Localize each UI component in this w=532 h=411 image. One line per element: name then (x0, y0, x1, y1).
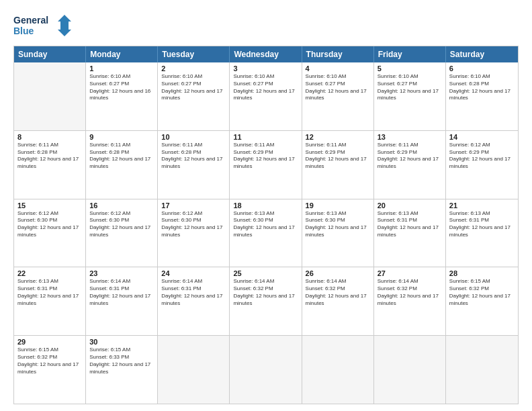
sunrise-line: Sunrise: 6:12 AM (89, 210, 154, 218)
daylight-line: Daylight: 12 hours and 17 minutes (17, 293, 82, 308)
daylight-line: Daylight: 12 hours and 17 minutes (161, 88, 226, 103)
cal-cell: 1 Sunrise: 6:10 AM Sunset: 6:27 PM Dayli… (86, 62, 158, 130)
sunrise-line: Sunrise: 6:12 AM (161, 210, 226, 218)
daylight-line: Daylight: 12 hours and 17 minutes (378, 224, 442, 239)
daylight-line: Daylight: 12 hours and 17 minutes (17, 224, 82, 239)
cal-cell: 16 Sunrise: 6:12 AM Sunset: 6:30 PM Dayl… (86, 199, 158, 267)
calendar-header: SundayMondayTuesdayWednesdayThursdayFrid… (14, 46, 518, 62)
daylight-line: Daylight: 12 hours and 16 minutes (89, 88, 154, 103)
daylight-line: Daylight: 12 hours and 17 minutes (449, 293, 515, 308)
cal-cell: 18 Sunrise: 6:13 AM Sunset: 6:30 PM Dayl… (230, 199, 302, 267)
sunset-line: Sunset: 6:31 PM (449, 217, 515, 224)
day-number: 21 (449, 201, 515, 210)
cal-header-day: Monday (86, 46, 158, 62)
sunrise-line: Sunrise: 6:13 AM (17, 278, 82, 285)
day-number: 24 (161, 269, 226, 277)
sunset-line: Sunset: 6:27 PM (161, 81, 226, 88)
cal-cell: 21 Sunrise: 6:13 AM Sunset: 6:31 PM Dayl… (446, 199, 518, 267)
cal-header-day: Friday (374, 46, 446, 62)
daylight-line: Daylight: 12 hours and 17 minutes (89, 156, 154, 171)
daylight-line: Daylight: 12 hours and 17 minutes (449, 88, 515, 103)
cal-cell: 13 Sunrise: 6:11 AM Sunset: 6:29 PM Dayl… (374, 131, 446, 199)
sunset-line: Sunset: 6:28 PM (449, 81, 515, 88)
day-number: 23 (89, 269, 154, 277)
cal-cell (374, 336, 446, 404)
sunset-line: Sunset: 6:33 PM (89, 354, 154, 361)
sunset-line: Sunset: 6:32 PM (233, 285, 298, 293)
sunset-line: Sunset: 6:32 PM (17, 354, 82, 361)
day-number: 10 (161, 133, 226, 141)
sunrise-line: Sunrise: 6:14 AM (89, 278, 154, 285)
sunset-line: Sunset: 6:30 PM (233, 217, 298, 224)
sunrise-line: Sunrise: 6:15 AM (89, 347, 154, 354)
daylight-line: Daylight: 12 hours and 17 minutes (17, 361, 82, 376)
day-number: 20 (378, 201, 442, 210)
day-number: 5 (378, 64, 442, 73)
page: General Blue SundayMondayTuesdayWednesda… (0, 0, 532, 411)
sunrise-line: Sunrise: 6:10 AM (161, 73, 226, 81)
cal-cell: 27 Sunrise: 6:14 AM Sunset: 6:32 PM Dayl… (374, 267, 446, 335)
cal-cell: 2 Sunrise: 6:10 AM Sunset: 6:27 PM Dayli… (158, 62, 230, 130)
sunrise-line: Sunrise: 6:11 AM (89, 142, 154, 149)
cal-header-day: Tuesday (158, 46, 230, 62)
sunrise-line: Sunrise: 6:10 AM (306, 73, 370, 81)
cal-cell: 23 Sunrise: 6:14 AM Sunset: 6:31 PM Dayl… (86, 267, 158, 335)
sunset-line: Sunset: 6:32 PM (449, 285, 515, 293)
day-number: 19 (306, 201, 370, 210)
sunrise-line: Sunrise: 6:10 AM (378, 73, 442, 81)
sunset-line: Sunset: 6:29 PM (306, 149, 370, 156)
cal-cell: 28 Sunrise: 6:15 AM Sunset: 6:32 PM Dayl… (446, 267, 518, 335)
sunrise-line: Sunrise: 6:13 AM (306, 210, 370, 218)
sunset-line: Sunset: 6:32 PM (378, 285, 442, 293)
cal-cell: 25 Sunrise: 6:14 AM Sunset: 6:32 PM Dayl… (230, 267, 302, 335)
sunset-line: Sunset: 6:32 PM (306, 285, 370, 293)
sunset-line: Sunset: 6:30 PM (306, 217, 370, 224)
sunset-line: Sunset: 6:29 PM (233, 149, 298, 156)
cal-cell: 19 Sunrise: 6:13 AM Sunset: 6:30 PM Dayl… (302, 199, 374, 267)
cal-cell: 4 Sunrise: 6:10 AM Sunset: 6:27 PM Dayli… (302, 62, 374, 130)
sunset-line: Sunset: 6:28 PM (89, 149, 154, 156)
daylight-line: Daylight: 12 hours and 17 minutes (378, 293, 442, 308)
cal-header-day: Saturday (446, 46, 518, 62)
sunrise-line: Sunrise: 6:11 AM (17, 142, 82, 149)
cal-cell: 5 Sunrise: 6:10 AM Sunset: 6:27 PM Dayli… (374, 62, 446, 130)
daylight-line: Daylight: 12 hours and 17 minutes (306, 293, 370, 308)
sunset-line: Sunset: 6:31 PM (89, 285, 154, 293)
day-number: 9 (89, 133, 154, 141)
daylight-line: Daylight: 12 hours and 17 minutes (449, 156, 515, 171)
daylight-line: Daylight: 12 hours and 17 minutes (161, 293, 226, 308)
cal-row: 22 Sunrise: 6:13 AM Sunset: 6:31 PM Dayl… (14, 267, 518, 336)
sunrise-line: Sunrise: 6:10 AM (449, 73, 515, 81)
daylight-line: Daylight: 12 hours and 17 minutes (378, 156, 442, 171)
cal-row: 29 Sunrise: 6:15 AM Sunset: 6:32 PM Dayl… (14, 336, 518, 404)
day-number: 13 (378, 133, 442, 141)
sunrise-line: Sunrise: 6:10 AM (89, 73, 154, 81)
sunset-line: Sunset: 6:27 PM (233, 81, 298, 88)
sunrise-line: Sunrise: 6:15 AM (17, 347, 82, 354)
sunset-line: Sunset: 6:30 PM (161, 217, 226, 224)
day-number: 3 (233, 64, 298, 73)
sunrise-line: Sunrise: 6:11 AM (233, 142, 298, 149)
sunrise-line: Sunrise: 6:14 AM (233, 278, 298, 285)
sunrise-line: Sunrise: 6:11 AM (161, 142, 226, 149)
sunset-line: Sunset: 6:31 PM (161, 285, 226, 293)
daylight-line: Daylight: 12 hours and 17 minutes (89, 293, 154, 308)
daylight-line: Daylight: 12 hours and 17 minutes (89, 361, 154, 376)
day-number: 30 (89, 338, 154, 346)
sunset-line: Sunset: 6:28 PM (17, 149, 82, 156)
sunset-line: Sunset: 6:28 PM (161, 149, 226, 156)
daylight-line: Daylight: 12 hours and 17 minutes (161, 224, 226, 239)
calendar: SundayMondayTuesdayWednesdayThursdayFrid… (13, 46, 519, 404)
cal-cell: 10 Sunrise: 6:11 AM Sunset: 6:28 PM Dayl… (158, 131, 230, 199)
day-number: 18 (233, 201, 298, 210)
daylight-line: Daylight: 12 hours and 17 minutes (449, 224, 515, 239)
cal-cell (302, 336, 374, 404)
sunrise-line: Sunrise: 6:15 AM (449, 278, 515, 285)
day-number: 28 (449, 269, 515, 277)
day-number: 14 (449, 133, 515, 141)
cal-cell: 15 Sunrise: 6:12 AM Sunset: 6:30 PM Dayl… (14, 199, 86, 267)
daylight-line: Daylight: 12 hours and 17 minutes (233, 224, 298, 239)
daylight-line: Daylight: 12 hours and 17 minutes (306, 88, 370, 103)
sunset-line: Sunset: 6:27 PM (306, 81, 370, 88)
daylight-line: Daylight: 12 hours and 17 minutes (378, 88, 442, 103)
